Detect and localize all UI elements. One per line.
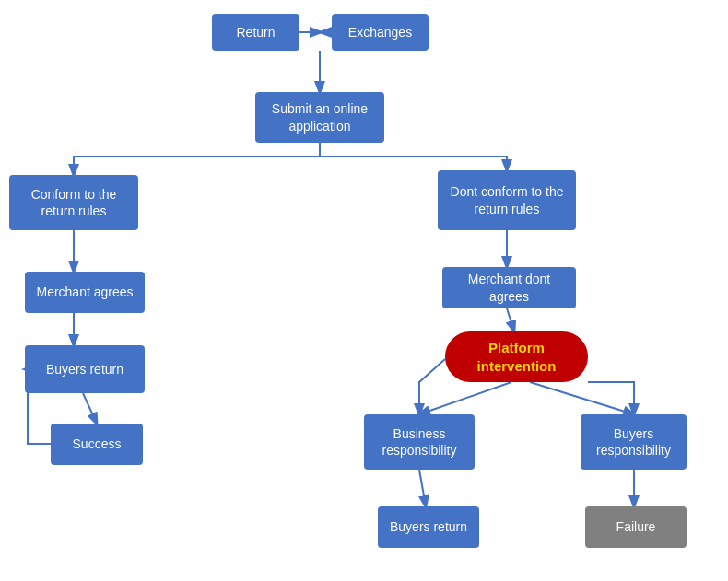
- node-buyers_return_left: Buyers return: [25, 345, 145, 393]
- svg-line-10: [530, 382, 634, 414]
- node-failure: Failure: [585, 506, 687, 548]
- node-success: Success: [51, 424, 143, 465]
- node-conform: Conform to the return rules: [9, 175, 138, 230]
- svg-line-9: [419, 382, 511, 414]
- diagram: ReturnExchangesSubmit an online applicat…: [0, 0, 728, 581]
- svg-line-11: [419, 470, 426, 506]
- node-dont_conform: Dont conform to the return rules: [438, 170, 576, 230]
- node-platform: Platform intervention: [445, 331, 588, 382]
- node-merchant_agrees: Merchant agrees: [25, 272, 145, 313]
- node-business_resp: Business responsibility: [364, 414, 475, 470]
- node-merchant_dont: Merchant dont agrees: [442, 267, 576, 308]
- svg-line-6: [83, 393, 97, 424]
- node-buyers_resp: Buyers responsibility: [581, 414, 687, 470]
- node-exchanges: Exchanges: [332, 14, 429, 51]
- node-submit: Submit an online application: [255, 92, 384, 143]
- node-return: Return: [212, 14, 299, 51]
- svg-line-8: [507, 308, 514, 331]
- node-buyers_return_mid: Buyers return: [378, 506, 479, 548]
